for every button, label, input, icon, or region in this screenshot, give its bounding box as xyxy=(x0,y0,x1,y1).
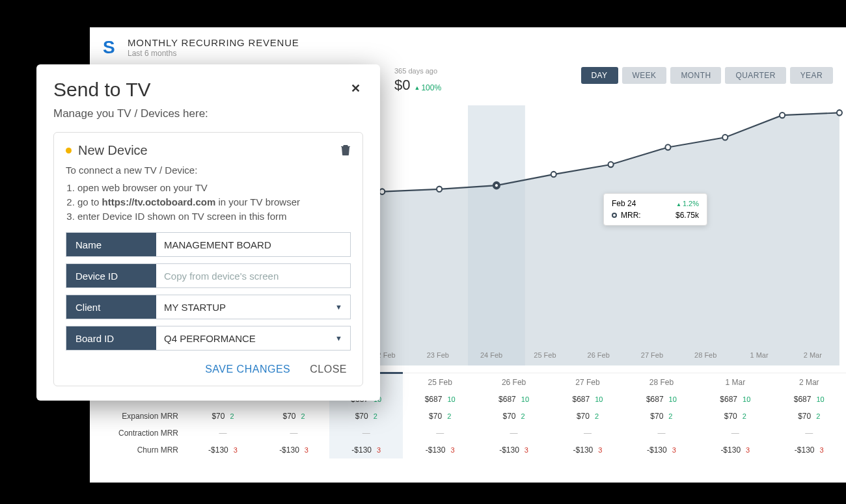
page-title: MONTHLY RECURRING REVENUE xyxy=(128,37,299,48)
status-dot-icon xyxy=(66,148,72,153)
page-subtitle: Last 6 months xyxy=(128,49,299,58)
device-step: open web browser on your TV xyxy=(77,182,351,193)
range-week[interactable]: WEEK xyxy=(622,67,667,84)
svg-point-11 xyxy=(608,162,614,167)
page-header: S MONTHLY RECURRING REVENUE Last 6 month… xyxy=(90,27,846,63)
close-icon: ✕ xyxy=(351,82,361,95)
board-select[interactable]: Q4 PERFORMANCE ▼ xyxy=(156,326,350,350)
xaxis-tick: 2 Mar xyxy=(786,351,839,365)
send-to-tv-dialog: Send to TV ✕ Manage you TV / Devices her… xyxy=(36,64,380,401)
chevron-down-icon: ▼ xyxy=(335,334,342,342)
svg-point-7 xyxy=(437,187,442,192)
tooltip-metric-label: MRR: xyxy=(621,211,641,220)
dialog-close-button[interactable]: ✕ xyxy=(348,79,363,98)
tooltip-date: Feb 24 xyxy=(612,199,636,208)
name-label: Name xyxy=(66,233,156,256)
brand-logo-icon: S xyxy=(103,37,120,54)
dialog-title: Send to TV xyxy=(53,79,151,101)
range-quarter[interactable]: QUARTER xyxy=(725,67,785,84)
board-id-label: Board ID xyxy=(66,326,156,350)
xaxis-tick: 26 Feb xyxy=(572,351,625,365)
save-changes-button[interactable]: SAVE CHANGES xyxy=(205,364,290,375)
summary-delta: 100% xyxy=(414,83,441,92)
form-row-board: Board ID Q4 PERFORMANCE ▼ xyxy=(66,326,351,351)
board-value: Q4 PERFORMANCE xyxy=(164,333,256,344)
form-row-client: Client MY STARTUP ▼ xyxy=(66,295,351,319)
table-date-header[interactable]: 2 Mar xyxy=(772,373,847,391)
client-value: MY STARTUP xyxy=(164,302,226,313)
xaxis-tick: 1 Mar xyxy=(732,351,785,365)
summary-label: 365 days ago xyxy=(394,67,441,75)
table-date-header[interactable]: 26 Feb xyxy=(477,373,551,391)
device-help-text: To connect a new TV / Device: xyxy=(66,165,351,176)
trash-icon xyxy=(340,144,351,155)
xaxis-tick: 25 Feb xyxy=(518,351,571,365)
row-label: Churn MRR xyxy=(90,442,187,458)
svg-point-12 xyxy=(665,144,670,150)
svg-point-14 xyxy=(780,113,785,118)
range-year[interactable]: YEAR xyxy=(790,67,833,84)
table-date-header[interactable]: 25 Feb xyxy=(403,373,476,391)
xaxis-tick: 23 Feb xyxy=(411,351,465,365)
row-label: Expansion MRR xyxy=(90,408,187,425)
device-steps: open web browser on your TVgo to https:/… xyxy=(77,182,351,222)
table-date-header[interactable]: 28 Feb xyxy=(625,373,698,391)
table-row: Churn MRR-$1303-$1303-$1303-$1303-$1303-… xyxy=(90,442,846,458)
svg-point-10 xyxy=(551,172,556,177)
device-id-input[interactable] xyxy=(156,264,350,287)
tooltip-marker-icon xyxy=(612,213,617,218)
table-row: Contraction MRR————————— xyxy=(90,425,846,442)
xaxis-tick: 28 Feb xyxy=(679,351,732,365)
chart-tooltip: Feb 24 1.2% MRR: $6.75k xyxy=(603,193,707,226)
range-day[interactable]: DAY xyxy=(581,67,618,84)
svg-point-6 xyxy=(379,189,385,194)
xaxis-tick: 27 Feb xyxy=(625,351,679,365)
svg-point-15 xyxy=(837,110,842,115)
form-row-device-id: Device ID xyxy=(66,263,351,288)
svg-point-13 xyxy=(722,135,728,140)
table-date-header[interactable]: 27 Feb xyxy=(551,373,624,391)
delete-device-button[interactable] xyxy=(340,144,351,157)
summary-value: $0 xyxy=(394,77,410,94)
tooltip-value: $6.75k xyxy=(675,211,699,220)
client-label: Client xyxy=(66,295,156,319)
name-input[interactable] xyxy=(156,233,350,256)
chevron-down-icon: ▼ xyxy=(335,303,342,311)
table-row: Expansion MRR$702$702$702$702$702$702$70… xyxy=(90,408,846,425)
form-row-name: Name xyxy=(66,232,351,257)
close-button[interactable]: CLOSE xyxy=(310,364,347,375)
device-step: go to https://tv.octoboard.com in your T… xyxy=(77,196,351,207)
table-date-header[interactable]: 1 Mar xyxy=(698,373,772,391)
device-id-label: Device ID xyxy=(66,264,156,287)
client-select[interactable]: MY STARTUP ▼ xyxy=(156,295,350,319)
svg-point-9 xyxy=(495,184,498,187)
row-label: Contraction MRR xyxy=(90,425,187,442)
xaxis-tick: 24 Feb xyxy=(465,351,518,365)
range-month[interactable]: MONTH xyxy=(670,67,721,84)
device-name: New Device xyxy=(78,143,148,158)
dialog-subtitle: Manage you TV / Devices here: xyxy=(53,107,363,120)
tooltip-delta: 1.2% xyxy=(676,200,699,207)
device-card: New Device To connect a new TV / Device:… xyxy=(53,132,363,386)
time-range-picker: DAYWEEKMONTHQUARTERYEAR xyxy=(581,67,833,84)
device-step: enter Device ID shown on TV screen in th… xyxy=(77,211,351,222)
